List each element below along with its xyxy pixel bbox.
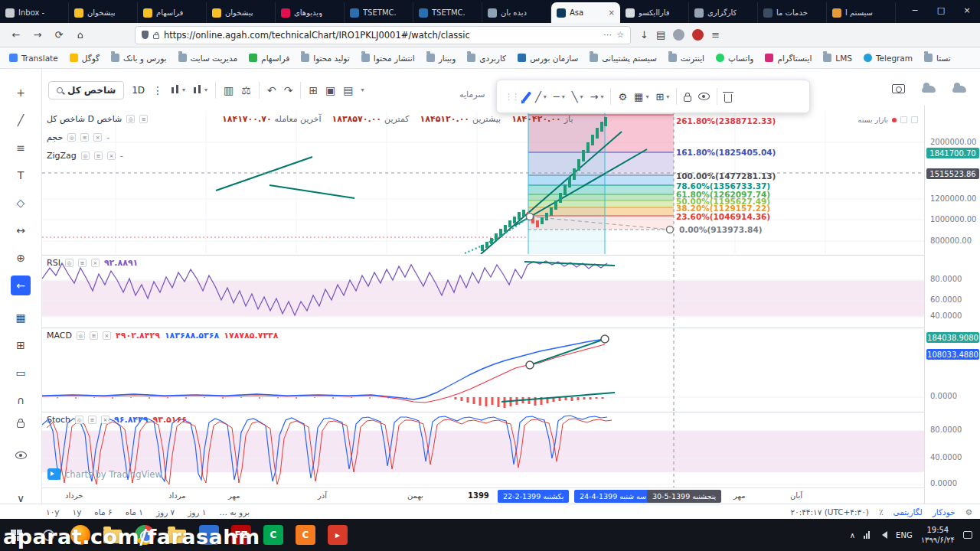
bookmark-item[interactable]: فراسهام (249, 54, 289, 63)
taskbar-app-orange[interactable]: C (289, 519, 322, 551)
bookmark-folder[interactable]: تولید محتوا (301, 54, 349, 63)
browser-tab-active[interactable]: Asa× (551, 2, 620, 23)
bookmark-folder[interactable]: وبینار (426, 54, 456, 63)
eye-icon[interactable]: ◎ (65, 259, 74, 267)
eye-icon[interactable]: ◎ (67, 133, 76, 142)
close-icon[interactable]: × (103, 331, 111, 340)
tradingview-attribution[interactable]: charts by TradingView (47, 468, 162, 480)
browser-tab[interactable]: ویدیوهای (276, 2, 345, 23)
settings-gear-icon[interactable]: ⚙ (618, 91, 627, 103)
language-indicator[interactable]: ENG (896, 531, 913, 540)
ray-line-dropdown[interactable]: ╲▾ (572, 91, 583, 103)
redo-icon[interactable]: ↷ (284, 84, 293, 96)
goto-date-button[interactable]: برو به … (219, 507, 250, 517)
range-button[interactable]: ۱ ماه (126, 507, 143, 517)
taskbar-app-camtasia[interactable]: C (257, 519, 289, 551)
fib-label[interactable]: 23.60%1046914.36 (676, 212, 770, 221)
https-lock-icon[interactable] (153, 34, 159, 39)
add-tool-icon[interactable]: ⊞ (11, 335, 31, 355)
bookmark-item[interactable]: گوگل (70, 54, 100, 63)
browser-tab[interactable]: پیشخوان (207, 2, 276, 23)
settings-icon[interactable]: ≡ (88, 416, 96, 424)
panel-icon[interactable] (900, 116, 907, 123)
template-dropdown[interactable]: ⊞▾ (655, 91, 669, 103)
zoom-tool-icon[interactable]: ⊕ (11, 248, 31, 268)
ruler-tool-icon[interactable]: ▭ (11, 363, 31, 383)
close-icon[interactable]: × (101, 416, 109, 424)
maximize-button[interactable]: □ (928, 0, 954, 21)
bookmark-item[interactable]: Telegram (864, 54, 913, 63)
close-icon[interactable]: × (107, 152, 116, 160)
bookmark-folder[interactable]: سیستم پشتیبانی (590, 54, 657, 63)
fullscreen-icon[interactable]: ⊞ (309, 84, 318, 96)
browser-tab[interactable]: TSETMC. (413, 2, 482, 23)
horizontal-line-dropdown[interactable]: ─▾ (554, 91, 565, 103)
taskbar-app-red[interactable]: ▸ (322, 519, 354, 551)
settings-icon[interactable]: ≡ (78, 259, 87, 267)
trendline-style-dropdown[interactable]: ╱▾ (535, 91, 547, 103)
close-icon[interactable]: × (93, 133, 102, 142)
trash-icon[interactable] (724, 94, 732, 103)
rsi-chart-canvas[interactable] (42, 256, 924, 328)
reload-button[interactable]: ⟳ (49, 26, 69, 44)
panel-icon[interactable] (911, 116, 918, 123)
layout-dropdown-icon[interactable]: ▾ (361, 86, 364, 93)
settings-icon[interactable]: ≡ (94, 152, 103, 160)
fib-label[interactable]: 0.00%913973.84 (679, 225, 763, 234)
fib-label[interactable]: 261.80%2388712.33 (676, 116, 776, 126)
macd-chart-canvas[interactable] (42, 328, 924, 412)
interval-button[interactable]: 1D (132, 85, 145, 96)
range-button[interactable]: ۱۰y (46, 507, 60, 517)
shapes-tool-icon[interactable]: ◇ (11, 193, 31, 213)
browser-tab[interactable]: کارگزاری (689, 2, 758, 23)
bookmark-folder[interactable]: کاربردی (467, 54, 506, 63)
range-button[interactable]: ۱ روز (188, 507, 206, 517)
fib-label[interactable]: 161.80%1825405.04 (676, 148, 776, 157)
back-panel-button[interactable]: ← (11, 276, 31, 295)
settings-gear-icon[interactable]: ⚙ (965, 507, 972, 517)
back-button[interactable]: ← (6, 26, 26, 44)
account-icon[interactable] (673, 29, 684, 41)
save-icon[interactable]: ▣ (325, 84, 335, 96)
tracking-shield-icon[interactable] (142, 31, 149, 39)
browser-tab[interactable]: Inbox - (0, 2, 69, 23)
eye-icon[interactable]: ◎ (77, 331, 85, 340)
browser-tab[interactable]: خدمات ما (758, 2, 827, 23)
lock-icon[interactable] (684, 96, 691, 102)
close-icon[interactable]: × (91, 259, 100, 267)
drag-handle-icon[interactable]: ⋮⋮ (505, 92, 518, 102)
settings-icon[interactable]: ≡ (80, 133, 89, 142)
notifications-icon[interactable] (963, 531, 972, 539)
pencil-icon[interactable] (522, 91, 531, 102)
eye-icon[interactable]: ◎ (81, 152, 90, 160)
downloads-icon[interactable]: ↓ (640, 29, 648, 41)
browser-tab[interactable]: سیستم ا (827, 2, 896, 23)
eye-icon[interactable]: ◎ (126, 115, 135, 123)
measure-tool-icon[interactable]: ↔ (11, 220, 31, 240)
fib-label[interactable]: 100.00%1477281.13 (676, 171, 776, 181)
fib-tool-icon[interactable]: ≡ (11, 138, 31, 158)
settings-icon[interactable]: ≡ (139, 115, 148, 123)
eye-tool-icon[interactable] (11, 445, 31, 465)
browser-tab[interactable]: فاراایکسو (620, 2, 689, 23)
bookmark-item[interactable]: سازمان بورس (518, 54, 578, 63)
magnet-tool-icon[interactable]: ∩ (11, 390, 31, 410)
layout-grid-dropdown[interactable]: ▦▾ (634, 91, 648, 103)
bookmark-folder[interactable]: مدیریت سایت (178, 54, 238, 63)
chart-style-button-2[interactable]: ▾ (193, 84, 207, 96)
adblock-icon[interactable] (692, 29, 704, 41)
eye-icon[interactable] (698, 93, 710, 100)
menu-icon[interactable]: ≡ (711, 29, 720, 41)
home-button[interactable]: ⌂ (70, 26, 90, 44)
browser-tab[interactable]: فراسهام (138, 2, 207, 23)
tray-expand-icon[interactable]: ∧ (850, 531, 855, 540)
bookmark-folder[interactable]: انتشار محتوا (361, 54, 415, 63)
price-axis[interactable]: 2000000.00 1841700.70 1515523.86 1200000… (924, 106, 980, 504)
clock-label[interactable]: ۲۰:۴۴:۱۷ (UTC+۴:۳۰) (790, 507, 869, 517)
grid-tool-icon[interactable]: ▦ (11, 308, 31, 328)
bookmark-item[interactable]: واتساپ (716, 54, 753, 63)
browser-tab[interactable]: TSETMC. (345, 2, 413, 23)
cloud-load-icon[interactable] (952, 86, 966, 93)
price-chart-canvas[interactable] (42, 111, 924, 254)
time-axis[interactable]: خرداد مرداد مهر آذر بهمن 1399 یکشنبه 139… (42, 487, 924, 504)
